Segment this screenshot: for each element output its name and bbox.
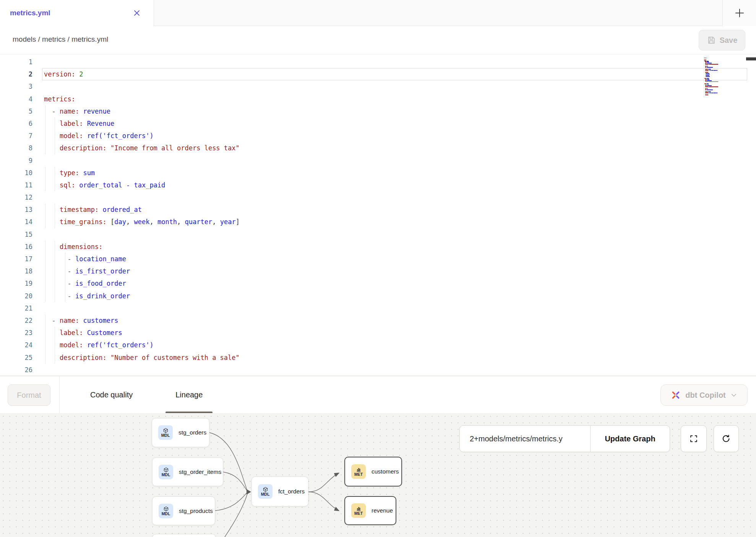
lineage-canvas[interactable]: MDL stg_orders MDL stg_order_items MDL s… [0,413,756,537]
code-line[interactable]: 18 - is_first_order [0,265,756,277]
format-button[interactable]: Format [8,384,50,406]
line-number: 23 [0,327,32,339]
minimap-row [704,81,726,82]
minimap-row [704,75,726,76]
code-line[interactable]: 13 timestamp: ordered_at [0,203,756,216]
indent-guide [45,351,45,364]
badge-label: MDL [261,492,270,496]
code-line[interactable]: 20 - is_drink_order [0,290,756,302]
node-partial[interactable] [152,534,216,537]
line-number: 17 [0,253,32,265]
code-line[interactable]: 14 time_grains: [day, week, month, quart… [0,216,756,228]
code-line[interactable]: 3 [0,80,756,93]
line-number: 3 [0,80,32,93]
node-revenue[interactable]: MET revenue [344,496,396,525]
code-line[interactable]: 12 [0,191,756,203]
line-number: 19 [0,277,32,290]
code-line[interactable]: 4metrics: [0,93,756,105]
code-line[interactable]: 17 - location_name [0,253,756,265]
code-line[interactable]: 5 - name: revenue [0,105,756,117]
indent-guide [55,290,55,302]
fullscreen-icon [689,434,698,443]
code-editor[interactable]: 12version: 234metrics:5 - name: revenue6… [0,54,756,376]
minimap[interactable] [704,57,726,96]
indent-guide [45,117,45,130]
code-text: time_grains: [day, week, month, quarter,… [32,216,240,228]
refresh-button[interactable] [714,425,739,452]
model-cube-icon [163,467,169,473]
code-line[interactable]: 23 label: Customers [0,327,756,339]
model-cube-icon [163,428,169,433]
tab-metrics-yml[interactable]: metrics.yml [0,0,154,26]
minimap-row [704,58,726,59]
code-text: type: sum [32,167,95,179]
indent-guide [45,179,45,191]
scrollbar-thumb[interactable] [746,57,756,60]
close-icon[interactable] [133,9,141,17]
minimap-row [704,94,726,95]
code-line[interactable]: 25 description: "Number of customers wit… [0,351,756,364]
code-text: metrics: [32,93,75,105]
node-stg-products[interactable]: MDL stg_products [152,496,215,525]
code-text: description: "Number of customers with a… [32,351,240,364]
indent-guide [55,142,55,154]
code-line[interactable]: 7 model: ref('fct_orders') [0,130,756,142]
tab-lineage[interactable]: Lineage [165,376,213,413]
minimap-row [704,88,726,89]
indent-guide [45,241,45,253]
minimap-row [704,94,726,94]
minimap-row [704,61,726,62]
code-line[interactable]: 21 [0,302,756,314]
node-label: customers [372,468,399,475]
code-lines[interactable]: 12version: 234metrics:5 - name: revenue6… [0,56,756,376]
minimap-row [704,64,726,65]
model-cube-icon [163,506,169,512]
graph-selector-input[interactable] [460,426,590,452]
code-line[interactable]: 1 [0,56,756,68]
code-text: - is_food_order [32,277,126,290]
indent-guide [65,290,65,302]
dbt-copilot-button[interactable]: dbt Copilot [660,384,748,406]
chevron-down-icon [730,392,737,399]
tab-title: metrics.yml [10,9,50,17]
fullscreen-button[interactable] [681,425,707,452]
minimap-row [704,72,726,73]
indent-guide [55,216,55,228]
indent-guide [45,216,45,228]
minimap-row [704,90,726,90]
node-stg-orders[interactable]: MDL stg_orders [152,418,209,447]
code-line[interactable]: 15 [0,228,756,241]
code-line[interactable]: 26 [0,364,756,376]
update-graph-button[interactable]: Update Graph [591,426,670,452]
line-number: 10 [0,167,32,179]
minimap-row [704,86,726,87]
code-line[interactable]: 2version: 2 [0,68,756,80]
node-customers[interactable]: MET customers [344,457,402,487]
code-line[interactable]: 16 dimensions: [0,241,756,253]
save-button[interactable]: Save [699,30,745,50]
tab-code-quality[interactable]: Code quality [80,376,143,413]
breadcrumb: models / metrics / metrics.yml [13,35,108,44]
code-line[interactable]: 22 - name: customers [0,314,756,327]
code-line[interactable]: 19 - is_food_order [0,277,756,290]
line-number: 12 [0,191,32,203]
node-label: stg_orders [178,429,206,436]
badge-label: MDL [162,512,170,516]
minimap-row [704,66,726,67]
code-line[interactable]: 9 [0,155,756,167]
code-line[interactable]: 10 type: sum [0,167,756,179]
new-tab-button[interactable] [722,0,756,26]
line-number: 22 [0,314,32,327]
code-line[interactable]: 11 sql: order_total - tax_paid [0,179,756,191]
node-stg-order-items[interactable]: MDL stg_order_items [152,457,223,486]
line-number: 4 [0,93,32,105]
code-line[interactable]: 24 model: ref('fct_orders') [0,339,756,351]
code-line[interactable]: 8 description: "Income from all orders l… [0,142,756,154]
code-line[interactable]: 6 label: Revenue [0,117,756,130]
node-fct-orders[interactable]: MDL fct_orders [251,477,308,506]
code-text: model: ref('fct_orders') [32,130,154,142]
minimap-row [704,79,726,80]
indent-guide [45,339,45,351]
line-number: 13 [0,203,32,216]
minimap-row [704,63,726,63]
